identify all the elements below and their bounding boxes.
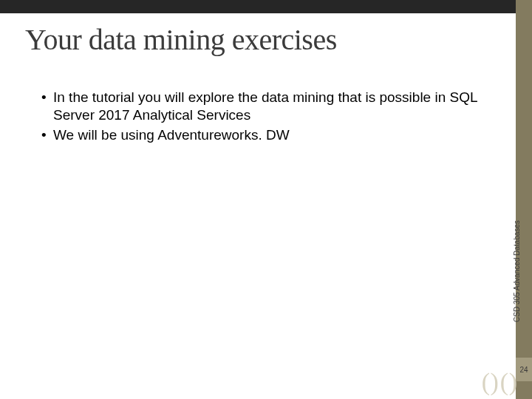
bracket-right-icon: ( ) [500, 369, 514, 395]
top-band [0, 0, 532, 13]
slide: Your data mining exercises In the tutori… [0, 0, 532, 399]
page-number: 24 [516, 358, 532, 381]
slide-title: Your data mining exercises [25, 22, 337, 57]
bracket-left-icon: ( ) [482, 369, 496, 395]
decor-brackets: ( ) ( ) [482, 369, 514, 395]
bullet-list: In the tutorial you will explore the dat… [41, 89, 488, 146]
list-item: We will be using Adventureworks. DW [41, 126, 488, 144]
list-item: In the tutorial you will explore the dat… [41, 89, 488, 125]
side-caption: CSD 305 Advanced Databases [513, 161, 521, 322]
